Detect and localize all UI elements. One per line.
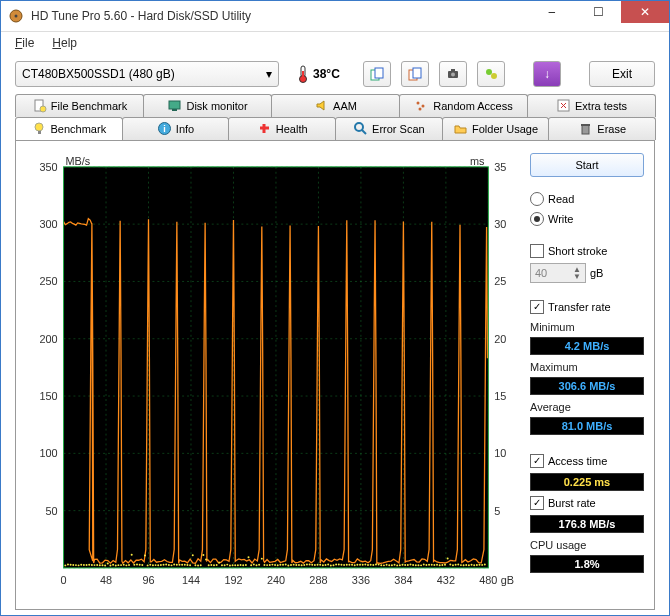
svg-text:144: 144 (182, 574, 200, 586)
side-panel: Start Read Write Short stroke 40▲▼ gB ✓T… (530, 153, 644, 597)
svg-point-197 (380, 564, 382, 566)
svg-point-157 (274, 564, 276, 566)
exit-button[interactable]: Exit (589, 61, 655, 87)
tab-health[interactable]: Health (228, 117, 336, 140)
svg-point-150 (255, 564, 257, 566)
start-button[interactable]: Start (530, 153, 644, 177)
svg-point-118 (171, 564, 173, 566)
svg-point-195 (375, 564, 377, 566)
svg-text:30: 30 (494, 218, 506, 230)
svg-point-19 (422, 104, 425, 107)
write-radio[interactable]: Write (530, 211, 644, 227)
svg-point-109 (147, 564, 149, 566)
svg-point-208 (409, 564, 411, 566)
burst-rate-checkbox[interactable]: ✓Burst rate (530, 495, 644, 511)
svg-text:15: 15 (494, 390, 506, 402)
options-button[interactable] (477, 61, 505, 87)
svg-point-210 (415, 564, 417, 566)
device-select[interactable]: CT480BX500SSD1 (480 gB) ▾ (15, 61, 279, 87)
svg-point-174 (319, 564, 321, 566)
svg-point-224 (452, 564, 454, 566)
svg-point-143 (237, 564, 239, 566)
svg-point-219 (439, 564, 441, 566)
title-bar: HD Tune Pro 5.60 - Hard Disk/SSD Utility… (1, 1, 669, 32)
svg-point-227 (460, 564, 462, 566)
health-icon (257, 121, 272, 138)
tab-file-benchmark[interactable]: File Benchmark (15, 94, 144, 117)
average-value: 81.0 MB/s (530, 417, 644, 435)
svg-point-194 (372, 564, 374, 566)
svg-point-133 (210, 564, 212, 566)
svg-point-193 (370, 564, 372, 566)
tab-aam[interactable]: AAM (271, 94, 400, 117)
svg-point-202 (394, 564, 396, 566)
svg-point-170 (309, 564, 311, 566)
svg-point-212 (420, 564, 422, 566)
minimum-value: 4.2 MB/s (530, 337, 644, 355)
svg-point-206 (404, 564, 406, 566)
svg-text:100: 100 (39, 447, 57, 459)
minimize-button[interactable]: ‒ (529, 1, 575, 23)
svg-point-183 (343, 564, 345, 566)
svg-text:MB/s: MB/s (66, 155, 91, 167)
svg-point-228 (463, 564, 465, 566)
transfer-rate-checkbox[interactable]: ✓Transfer rate (530, 299, 644, 315)
save-button[interactable]: ↓ (533, 61, 561, 87)
svg-point-142 (234, 564, 236, 566)
svg-text:5: 5 (494, 505, 500, 517)
tab-disk-monitor[interactable]: Disk monitor (143, 94, 272, 117)
short-stroke-checkbox[interactable]: Short stroke (530, 243, 644, 259)
menu-file[interactable]: File (15, 36, 34, 50)
folder-icon (453, 121, 468, 138)
close-button[interactable]: ✕ (621, 1, 669, 23)
svg-text:10: 10 (494, 447, 506, 459)
svg-point-81 (72, 564, 74, 566)
menu-bar: File Help (1, 32, 669, 54)
tab-info[interactable]: iInfo (122, 117, 230, 140)
svg-point-108 (144, 554, 146, 556)
svg-point-100 (123, 564, 125, 566)
bulb-icon (32, 121, 47, 138)
copy-info-button[interactable] (363, 61, 391, 87)
read-radio[interactable]: Read (530, 191, 644, 207)
svg-point-110 (149, 564, 151, 566)
tab-erase[interactable]: Erase (548, 117, 656, 140)
svg-point-161 (285, 564, 287, 566)
svg-point-236 (484, 564, 486, 566)
tab-benchmark[interactable]: Benchmark (15, 117, 123, 140)
svg-point-147 (248, 556, 250, 558)
info-icon: i (157, 121, 172, 138)
svg-rect-29 (581, 124, 590, 126)
svg-point-104 (133, 564, 135, 566)
tab-extra-tests[interactable]: Extra tests (527, 94, 656, 117)
save-screenshot-button[interactable] (439, 61, 467, 87)
svg-point-176 (325, 564, 327, 566)
menu-help[interactable]: Help (52, 36, 77, 50)
svg-point-20 (419, 107, 422, 110)
maximize-button[interactable]: ☐ (575, 1, 621, 23)
svg-point-181 (338, 564, 340, 566)
temperature-display: 38°C (297, 65, 340, 83)
trash-icon (578, 121, 593, 138)
svg-point-99 (120, 564, 122, 566)
svg-point-107 (141, 564, 143, 566)
tab-random-access[interactable]: Random Access (399, 94, 528, 117)
svg-point-218 (436, 564, 438, 566)
svg-point-130 (202, 554, 204, 556)
short-stroke-input[interactable]: 40▲▼ gB (530, 263, 644, 283)
tab-folder-usage[interactable]: Folder Usage (442, 117, 550, 140)
copy-screenshot-button[interactable] (401, 61, 429, 87)
svg-text:20: 20 (494, 333, 506, 345)
access-time-checkbox[interactable]: ✓Access time (530, 453, 644, 469)
access-time-value: 0.225 ms (530, 473, 644, 491)
svg-point-199 (386, 564, 388, 566)
maximum-label: Maximum (530, 361, 644, 373)
svg-point-101 (125, 564, 127, 566)
burst-rate-value: 176.8 MB/s (530, 515, 644, 533)
svg-point-159 (279, 564, 281, 566)
tab-error-scan[interactable]: Error Scan (335, 117, 443, 140)
svg-point-92 (101, 564, 103, 566)
svg-point-112 (155, 564, 157, 566)
svg-point-103 (131, 554, 133, 556)
svg-point-152 (261, 558, 263, 560)
